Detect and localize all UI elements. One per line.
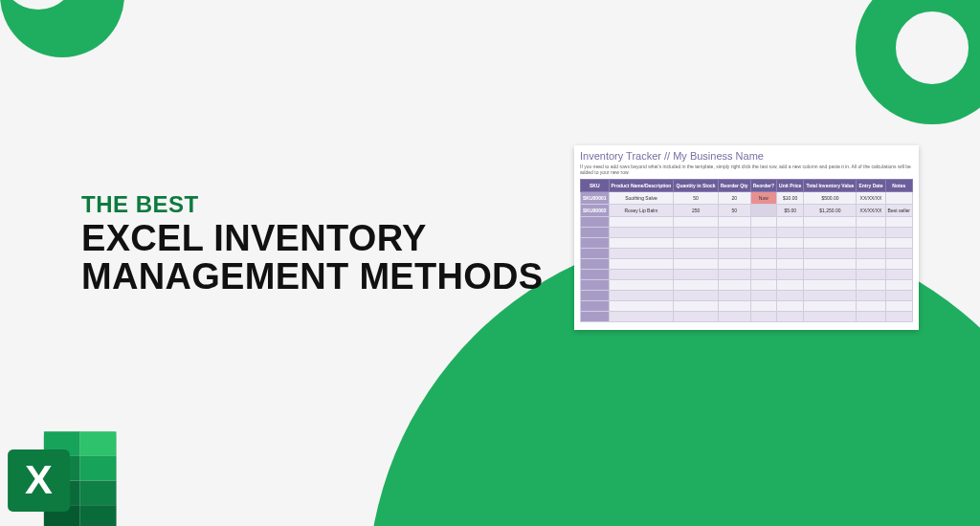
table-cell <box>750 280 776 291</box>
table-cell <box>609 217 674 228</box>
table-cell <box>609 238 674 249</box>
table-header-cell: Quantity in Stock <box>674 180 718 192</box>
table-cell <box>857 238 885 249</box>
table-cell <box>718 280 750 291</box>
table-row <box>581 291 913 301</box>
table-cell <box>750 291 776 301</box>
table-cell <box>718 270 750 280</box>
table-cell <box>581 280 610 291</box>
table-header-cell: Notes <box>885 180 912 192</box>
table-cell <box>581 259 610 270</box>
table-row <box>581 217 913 228</box>
table-cell <box>674 270 718 280</box>
table-cell <box>750 238 776 249</box>
table-cell <box>750 217 776 228</box>
table-cell <box>885 238 912 249</box>
sheet-title: Inventory Tracker // My Business Name <box>580 150 913 162</box>
table-cell <box>885 280 912 291</box>
table-cell <box>777 291 804 301</box>
inventory-table: SKUProduct Name/DescriptionQuantity in S… <box>580 179 913 322</box>
svg-rect-8 <box>80 505 117 526</box>
table-cell <box>885 228 912 238</box>
table-cell <box>750 249 776 259</box>
table-row: SKU00002Rosey Lip Balm25050$5.00$1,250.0… <box>581 205 913 217</box>
table-row <box>581 280 913 291</box>
table-cell <box>777 270 804 280</box>
title-text: EXCEL INVENTORY MANAGEMENT METHODS <box>81 220 544 296</box>
table-header-cell: Entry Date <box>857 180 885 192</box>
table-header-cell: Unit Price <box>777 180 804 192</box>
table-cell <box>804 270 857 280</box>
table-cell <box>804 228 857 238</box>
table-cell <box>674 238 718 249</box>
table-cell <box>609 312 674 322</box>
table-cell <box>674 301 718 312</box>
table-cell <box>804 249 857 259</box>
table-cell <box>777 238 804 249</box>
table-row <box>581 249 913 259</box>
table-cell <box>885 301 912 312</box>
table-header-row: SKUProduct Name/DescriptionQuantity in S… <box>581 180 913 192</box>
table-row <box>581 312 913 322</box>
table-cell: XX/XX/XX <box>857 205 885 217</box>
table-cell <box>885 192 912 205</box>
table-cell: SKU00001 <box>581 192 610 205</box>
table-cell <box>804 312 857 322</box>
table-cell <box>777 228 804 238</box>
table-row <box>581 259 913 270</box>
table-cell <box>885 291 912 301</box>
table-cell <box>609 280 674 291</box>
spreadsheet-preview: Inventory Tracker // My Business Name If… <box>574 145 919 330</box>
table-cell <box>804 259 857 270</box>
table-cell <box>718 259 750 270</box>
table-cell: Soothing Salve <box>609 192 674 205</box>
table-cell <box>804 280 857 291</box>
table-cell <box>609 228 674 238</box>
table-cell <box>750 205 776 217</box>
table-cell: Now <box>750 192 776 205</box>
table-header-cell: Reorder Qty <box>718 180 750 192</box>
title-line-2: MANAGEMENT METHODS <box>81 256 544 296</box>
table-cell <box>885 270 912 280</box>
table-row: SKU00001Soothing Salve5020Now$10.00$500.… <box>581 192 913 205</box>
table-cell <box>857 259 885 270</box>
table-cell <box>804 238 857 249</box>
table-cell <box>750 259 776 270</box>
table-row <box>581 228 913 238</box>
table-cell <box>777 280 804 291</box>
table-cell <box>857 249 885 259</box>
table-cell <box>885 249 912 259</box>
table-cell <box>674 259 718 270</box>
table-cell <box>674 228 718 238</box>
table-cell <box>674 249 718 259</box>
table-cell: Rosey Lip Balm <box>609 205 674 217</box>
table-cell <box>581 228 610 238</box>
table-cell <box>581 312 610 322</box>
table-cell <box>857 217 885 228</box>
svg-rect-4 <box>80 456 117 481</box>
table-cell <box>885 217 912 228</box>
table-cell <box>804 291 857 301</box>
table-cell <box>857 301 885 312</box>
table-cell <box>857 312 885 322</box>
table-cell <box>777 249 804 259</box>
table-cell: 50 <box>674 192 718 205</box>
table-cell: $5.00 <box>777 205 804 217</box>
table-cell <box>857 228 885 238</box>
table-cell <box>777 259 804 270</box>
table-cell: Best seller <box>885 205 912 217</box>
table-cell <box>857 291 885 301</box>
table-cell <box>718 291 750 301</box>
table-cell: $1,250.00 <box>804 205 857 217</box>
table-cell <box>885 259 912 270</box>
table-row <box>581 270 913 280</box>
table-cell: $500.00 <box>804 192 857 205</box>
table-cell <box>750 270 776 280</box>
table-cell: XX/XX/XX <box>857 192 885 205</box>
table-cell <box>609 249 674 259</box>
decor-ring-top-right <box>856 0 980 124</box>
table-cell <box>750 228 776 238</box>
table-cell <box>777 301 804 312</box>
table-cell: SKU00002 <box>581 205 610 217</box>
table-cell <box>609 259 674 270</box>
